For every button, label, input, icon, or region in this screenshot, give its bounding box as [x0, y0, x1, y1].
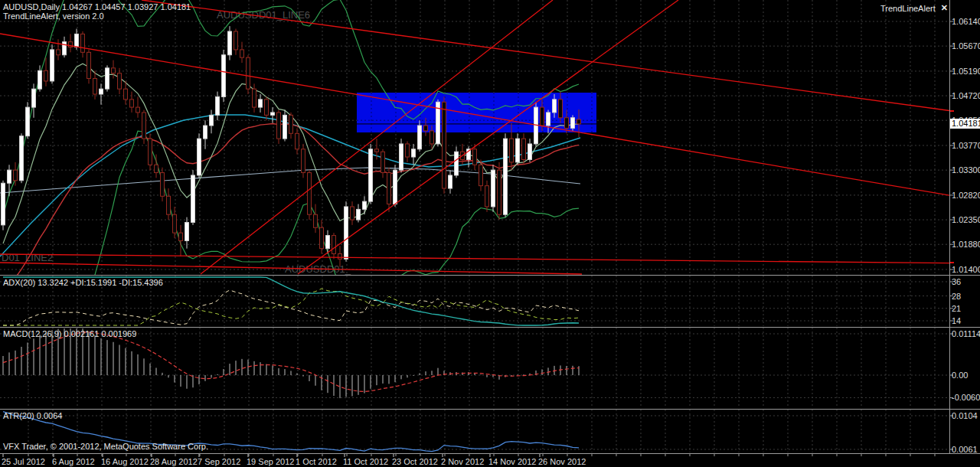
candle	[492, 170, 495, 207]
candle	[51, 50, 54, 81]
atr-panel-label: ATR(20) 0.0064	[3, 411, 62, 420]
adx-axis-label: 14	[952, 316, 961, 325]
candle	[179, 233, 183, 240]
candle	[424, 126, 428, 131]
atr-axis-label: 0.0104	[952, 411, 978, 420]
panel-separator-main-adx[interactable]	[0, 275, 980, 276]
panel-separator-macd-atr[interactable]	[0, 409, 980, 410]
trend-layer	[0, 0, 980, 274]
candle	[565, 118, 569, 129]
candle	[26, 107, 30, 136]
candle	[198, 139, 201, 175]
macd-panel-label: MACD(12,26,9) 0.002161 0.001969	[3, 329, 136, 338]
trendline-alert-label: TrendLineAlert	[880, 4, 936, 13]
candle	[216, 96, 220, 115]
candle	[271, 113, 275, 115]
candle	[2, 183, 5, 225]
copyright-text: VFX Trader, © 2001-2012, MetaQuotes Soft…	[3, 442, 208, 451]
candle	[455, 152, 459, 175]
candle	[516, 139, 520, 162]
date-label: 25 Jul 2012	[2, 457, 45, 466]
candle	[81, 34, 85, 52]
price-axis-label: 1.03770	[952, 141, 980, 150]
trendline-name-watermark: D01_LINE2	[2, 252, 53, 263]
candle	[387, 173, 391, 204]
date-label: 7 Sep 2012	[198, 457, 240, 466]
candle	[345, 207, 348, 259]
candle	[210, 115, 214, 126]
candle	[228, 31, 232, 55]
current-price-badge: 1.04181	[950, 119, 980, 129]
candle	[57, 50, 60, 55]
candle	[400, 144, 403, 170]
candle	[149, 139, 152, 165]
date-label: 28 Aug 2012	[150, 457, 198, 466]
candle	[320, 227, 324, 248]
date-label: 26 Nov 2012	[538, 457, 586, 466]
adx-axis-label: 28	[952, 292, 961, 301]
candle	[87, 52, 91, 78]
candle	[369, 149, 373, 201]
candle	[136, 107, 140, 113]
chart-title-ohlc: AUDUSD,Daily 1.04267 1.04457 1.03927 1.0…	[3, 2, 191, 11]
candle	[265, 100, 269, 116]
candle	[357, 209, 361, 220]
mt4-chart-window: AUDUSDD01_LINE6D01_LINE2AUDUSDD01_ AUDUS…	[0, 0, 980, 467]
candle	[547, 113, 550, 126]
candle	[75, 34, 79, 47]
panel-separator-adx-macd[interactable]	[0, 327, 980, 328]
candle	[63, 42, 67, 55]
candle	[314, 214, 318, 227]
candle	[498, 170, 501, 214]
candle	[240, 50, 244, 57]
date-label: 16 Aug 2012	[101, 457, 149, 466]
price-axis-label: 1.02350	[952, 215, 980, 224]
candle	[173, 214, 177, 233]
candle	[155, 165, 158, 172]
candle	[485, 186, 489, 207]
candle	[443, 102, 446, 188]
candle	[504, 139, 508, 214]
candle	[375, 149, 379, 152]
price-axis-label: 1.02820	[952, 191, 980, 200]
candle	[106, 68, 109, 89]
close-icon[interactable]: ✕	[941, 3, 948, 13]
candle	[510, 139, 514, 162]
date-label: 1 Oct 2012	[296, 457, 337, 466]
candle	[93, 79, 97, 95]
price-axis-label: 1.03300	[952, 165, 980, 175]
date-label: 19 Sep 2012	[247, 457, 294, 466]
candle	[326, 236, 330, 249]
date-label: 11 Oct 2012	[343, 457, 388, 466]
candle	[449, 175, 452, 188]
price-axis-label: 1.04720	[952, 91, 980, 100]
candle	[541, 107, 544, 126]
candle	[522, 139, 526, 159]
candle	[430, 131, 434, 144]
candle	[234, 31, 238, 50]
candle	[191, 175, 195, 223]
date-label: 14 Nov 2012	[488, 457, 536, 466]
candle	[381, 152, 385, 172]
price-axis-label: 1.01400	[952, 265, 980, 274]
candle	[406, 144, 410, 157]
macd-axis-label: 0.00	[952, 371, 968, 380]
candle	[418, 126, 422, 149]
chart-canvas[interactable]: AUDUSDD01_LINE6D01_LINE2AUDUSDD01_	[0, 0, 980, 467]
candle	[167, 196, 171, 214]
candle	[44, 70, 48, 81]
candle	[283, 115, 287, 139]
candle	[351, 207, 354, 220]
candle	[412, 149, 416, 157]
macd-axis-label: -0.00608	[952, 393, 980, 402]
adx-axis-label: 36	[952, 277, 961, 286]
candle	[308, 173, 312, 215]
panel-separator-atr-time[interactable]	[0, 453, 980, 454]
adx-panel-label: ADX(20) 13.3242 +DI:15.1991 -DI:15.4396	[3, 278, 163, 287]
price-axis-label: 1.06140	[952, 17, 980, 26]
candle	[277, 113, 281, 139]
price-axis-label: 1.05670	[952, 41, 980, 51]
candle	[259, 100, 263, 107]
atr-axis-label: 0.0061	[952, 445, 978, 454]
candle	[38, 70, 42, 89]
